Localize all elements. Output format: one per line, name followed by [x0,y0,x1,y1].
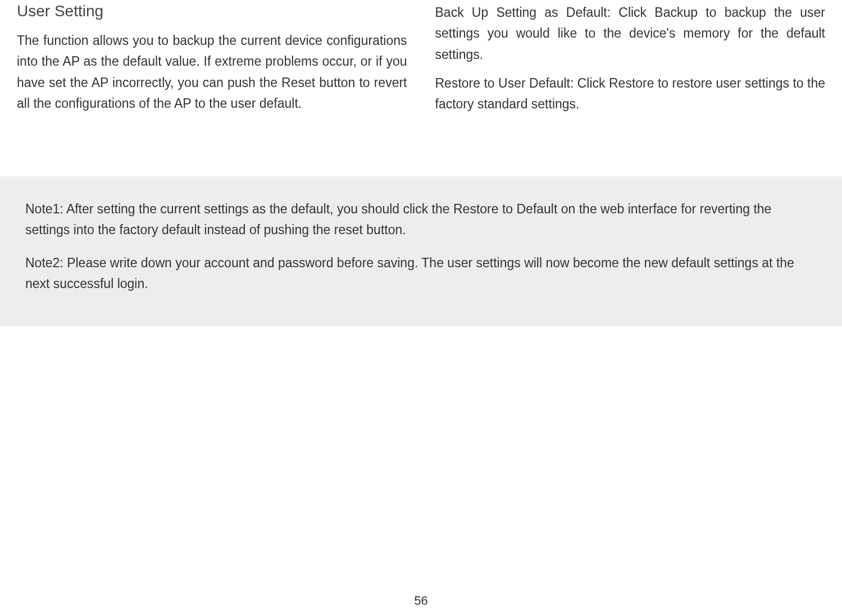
two-column-layout: User Setting The function allows you to … [17,0,825,115]
content-area: User Setting The function allows you to … [0,0,842,115]
page-number: 56 [414,594,427,608]
right-paragraph-1: Back Up Setting as Default: Click Backup… [435,2,826,65]
note-1: Note1: After setting the current setting… [25,199,817,240]
section-heading: User Setting [17,2,407,20]
note-box: Note1: After setting the current setting… [0,176,842,326]
note-2: Note2: Please write down your account an… [25,253,817,294]
right-paragraph-2: Restore to User Default: Click Restore t… [435,73,826,115]
left-column: User Setting The function allows you to … [17,0,407,115]
right-column: Back Up Setting as Default: Click Backup… [435,0,826,115]
left-paragraph: The function allows you to backup the cu… [17,30,407,114]
